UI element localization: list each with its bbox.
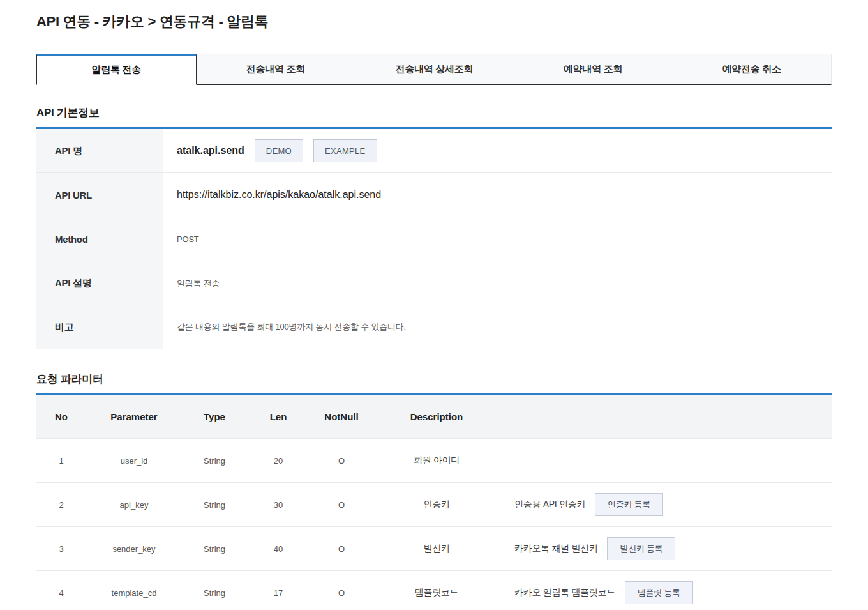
tab-reservation-history[interactable]: 예약내역 조회	[514, 54, 673, 85]
param-type: String	[182, 544, 247, 554]
param-name: api_key	[86, 500, 182, 510]
param-len: 17	[247, 588, 310, 598]
api-url-value: https://italkbiz.co.kr/apis/kakao/atalk.…	[177, 189, 381, 201]
col-header-notnull: NotNull	[310, 411, 373, 422]
tab-send-history-detail[interactable]: 전송내역 상세조회	[355, 54, 514, 85]
param-row-user-id: 1 user_id String 20 O 회원 아이디	[36, 439, 832, 483]
section-heading-api-info: API 기본정보	[36, 107, 832, 119]
param-note-text: 카카오 알림톡 템플릿코드	[514, 587, 615, 599]
param-name: user_id	[86, 456, 182, 466]
param-description: 인증키	[373, 499, 500, 510]
request-params-table: No Parameter Type Len NotNull Descriptio…	[36, 393, 832, 610]
page-title: API 연동 - 카카오 > 연동규격 - 알림톡	[36, 13, 832, 31]
params-header-row: No Parameter Type Len NotNull Descriptio…	[36, 395, 832, 439]
param-description: 발신키	[373, 543, 500, 554]
info-value-api-url: https://italkbiz.co.kr/apis/kakao/atalk.…	[163, 173, 832, 217]
param-row-api-key: 2 api_key String 30 O 인증키 인증용 API 인증키 인증…	[36, 483, 832, 527]
col-header-no: No	[36, 411, 86, 422]
param-notnull: O	[310, 456, 373, 466]
info-label-api-desc: API 설명	[36, 261, 163, 305]
example-button[interactable]: EXAMPLE	[313, 139, 377, 162]
info-row-api-name: API 명 atalk.api.send DEMO EXAMPLE	[36, 129, 832, 173]
tab-alimtalk-send[interactable]: 알림톡 전송	[36, 54, 197, 85]
tab-bar: 알림톡 전송 전송내역 조회 전송내역 상세조회 예약내역 조회 예약전송 취소	[36, 54, 832, 85]
info-label-method: Method	[36, 217, 163, 261]
info-row-method: Method POST	[36, 217, 832, 261]
api-desc-value: 알림톡 전송	[177, 278, 220, 289]
param-len: 40	[247, 544, 310, 554]
param-notnull: O	[310, 544, 373, 554]
info-value-api-name: atalk.api.send DEMO EXAMPLE	[163, 129, 832, 172]
param-no: 4	[36, 588, 86, 598]
param-no: 2	[36, 500, 86, 510]
param-type: String	[182, 588, 247, 598]
info-value-method: POST	[163, 217, 832, 261]
param-note-text: 인증용 API 인증키	[514, 499, 585, 510]
col-header-description: Description	[373, 411, 500, 422]
param-len: 20	[247, 456, 310, 466]
remark-value: 같은 내용의 알림톡을 최대 100명까지 동시 전송할 수 있습니다.	[177, 321, 406, 333]
info-label-remark: 비고	[36, 305, 163, 349]
register-auth-key-button[interactable]: 인증키 등록	[595, 493, 663, 516]
param-name: sender_key	[86, 544, 182, 554]
param-note: 인증용 API 인증키 인증키 등록	[500, 493, 832, 516]
col-header-type: Type	[182, 411, 247, 422]
page: API 연동 - 카카오 > 연동규격 - 알림톡 알림톡 전송 전송내역 조회…	[0, 13, 868, 610]
param-description: 회원 아이디	[373, 455, 500, 466]
info-label-api-name: API 명	[36, 129, 163, 172]
tab-reservation-cancel[interactable]: 예약전송 취소	[672, 54, 832, 85]
param-description: 템플릿코드	[373, 587, 500, 599]
param-notnull: O	[310, 500, 373, 510]
param-type: String	[182, 456, 247, 466]
col-header-parameter: Parameter	[86, 411, 182, 422]
info-row-api-url: API URL https://italkbiz.co.kr/apis/kaka…	[36, 173, 832, 217]
param-row-template-cd: 4 template_cd String 17 O 템플릿코드 카카오 알림톡 …	[36, 571, 832, 610]
param-note-text: 카카오톡 채널 발신키	[514, 543, 597, 554]
info-row-remark: 비고 같은 내용의 알림톡을 최대 100명까지 동시 전송할 수 있습니다.	[36, 305, 832, 349]
info-label-api-url: API URL	[36, 173, 163, 217]
api-name-value: atalk.api.send	[177, 145, 244, 156]
method-value: POST	[177, 234, 199, 244]
register-template-button[interactable]: 템플릿 등록	[625, 581, 693, 604]
register-sender-key-button[interactable]: 발신키 등록	[607, 537, 675, 560]
info-value-api-desc: 알림톡 전송	[163, 261, 832, 305]
param-no: 1	[36, 456, 86, 466]
info-value-remark: 같은 내용의 알림톡을 최대 100명까지 동시 전송할 수 있습니다.	[163, 305, 832, 349]
param-name: template_cd	[86, 588, 182, 598]
param-note: 카카오 알림톡 템플릿코드 템플릿 등록	[500, 581, 832, 604]
param-len: 30	[247, 500, 310, 510]
param-note: 카카오톡 채널 발신키 발신키 등록	[500, 537, 832, 560]
param-type: String	[182, 500, 247, 510]
param-row-sender-key: 3 sender_key String 40 O 발신키 카카오톡 채널 발신키…	[36, 527, 832, 571]
tab-send-history[interactable]: 전송내역 조회	[197, 54, 355, 85]
col-header-len: Len	[247, 411, 310, 422]
info-row-api-desc: API 설명 알림톡 전송	[36, 261, 832, 305]
param-no: 3	[36, 544, 86, 554]
section-heading-request-params: 요청 파라미터	[36, 373, 832, 386]
api-info-table: API 명 atalk.api.send DEMO EXAMPLE API UR…	[36, 127, 832, 349]
demo-button[interactable]: DEMO	[255, 139, 303, 162]
param-notnull: O	[310, 588, 373, 598]
